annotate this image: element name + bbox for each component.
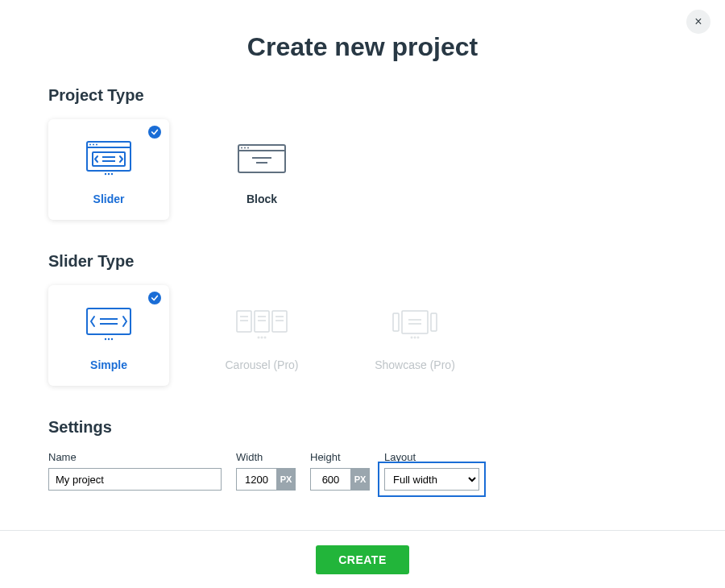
height-field: Height PX (310, 451, 370, 491)
close-icon: × (694, 14, 702, 29)
slider-type-showcase-card: Showcase (Pro) (354, 285, 475, 386)
svg-point-14 (244, 147, 246, 148)
svg-point-22 (108, 337, 110, 339)
settings-row: Name Width PX Height PX Layout Full widt… (48, 451, 677, 491)
slider-type-heading: Slider Type (48, 252, 677, 271)
dialog-footer: CREATE (0, 530, 725, 588)
svg-rect-24 (237, 311, 251, 332)
svg-point-42 (414, 337, 416, 338)
svg-point-8 (105, 172, 106, 174)
svg-point-33 (258, 337, 259, 338)
width-field: Width PX (236, 451, 296, 491)
width-label: Width (236, 451, 296, 463)
svg-rect-25 (255, 311, 269, 332)
project-type-slider-label: Slider (93, 193, 125, 205)
simple-slider-icon (86, 300, 131, 349)
svg-rect-26 (272, 311, 287, 332)
svg-point-4 (96, 143, 97, 145)
svg-rect-36 (393, 313, 399, 331)
height-input[interactable] (310, 468, 350, 491)
layout-label: Layout (384, 451, 479, 463)
project-type-block-label: Block (246, 193, 277, 205)
layout-field: Layout Full width (384, 451, 479, 491)
selected-check-icon (148, 126, 161, 139)
svg-point-41 (411, 337, 412, 338)
slider-type-carousel-label: Carousel (Pro) (225, 358, 298, 371)
width-suffix: PX (276, 468, 296, 491)
svg-point-35 (264, 337, 266, 338)
svg-point-34 (261, 337, 263, 338)
dialog-content: Create new project Project Type (0, 0, 725, 491)
svg-point-43 (417, 337, 419, 338)
svg-rect-38 (402, 311, 428, 333)
name-label: Name (48, 451, 222, 463)
width-input[interactable] (236, 468, 276, 491)
slider-type-simple-label: Simple (90, 358, 127, 371)
slider-type-simple-card[interactable]: Simple (48, 285, 169, 386)
selected-check-icon (148, 292, 161, 304)
create-button[interactable]: CREATE (316, 545, 409, 574)
carousel-icon (235, 300, 288, 349)
project-type-heading: Project Type (48, 86, 677, 105)
height-label: Height (310, 451, 370, 463)
slider-type-carousel-card: Carousel (Pro) (201, 285, 322, 386)
project-type-slider-card[interactable]: Slider (48, 119, 169, 220)
svg-point-10 (111, 172, 113, 174)
svg-point-21 (105, 337, 106, 339)
svg-point-23 (111, 337, 113, 339)
settings-heading: Settings (48, 418, 677, 437)
name-field: Name (48, 451, 222, 491)
project-type-row: Slider Block (48, 119, 677, 220)
svg-point-15 (247, 147, 249, 148)
svg-point-3 (93, 143, 94, 145)
showcase-icon (391, 300, 439, 349)
svg-rect-37 (431, 313, 437, 331)
project-type-block-card[interactable]: Block (201, 119, 322, 220)
height-suffix: PX (350, 468, 370, 491)
svg-point-13 (241, 147, 242, 148)
slider-icon (86, 135, 131, 183)
name-input[interactable] (48, 468, 222, 491)
svg-point-2 (89, 143, 91, 145)
slider-type-showcase-label: Showcase (Pro) (375, 358, 455, 371)
slider-type-row: Simple Carousel (Pro) (48, 285, 677, 386)
block-icon (238, 135, 286, 183)
svg-point-9 (108, 172, 110, 174)
dialog-title: Create new project (48, 32, 677, 62)
layout-select[interactable]: Full width (384, 468, 479, 491)
svg-rect-5 (93, 152, 125, 166)
svg-rect-18 (87, 308, 130, 334)
close-button[interactable]: × (686, 10, 710, 34)
